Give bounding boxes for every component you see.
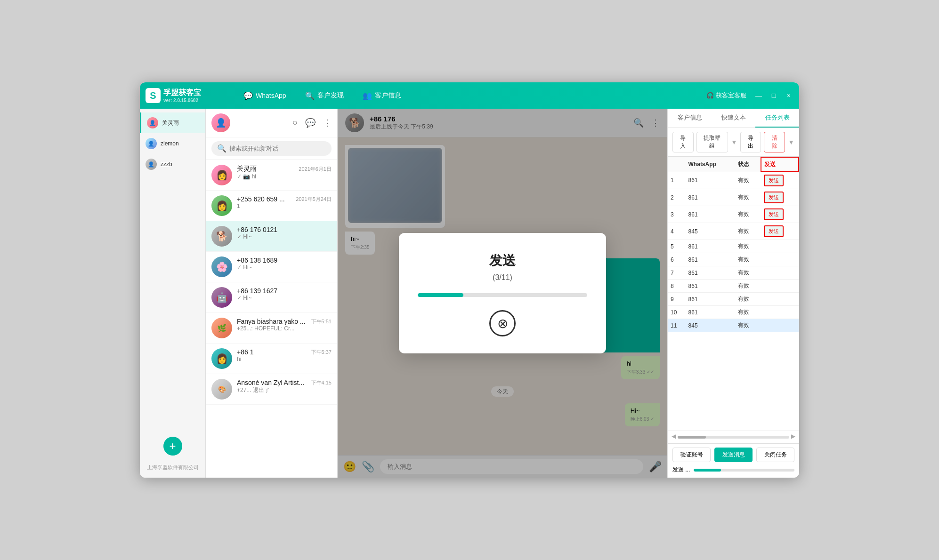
table-row: 5 861 有效: [668, 240, 799, 253]
modal-cancel-button[interactable]: ⊗: [489, 310, 516, 336]
table-row: 3 861 有效 发送: [668, 206, 799, 223]
chat-avatar-6: 🌿: [211, 318, 232, 338]
table-row: 7 861 有效: [668, 266, 799, 280]
col-whatsapp: WhatsApp: [686, 157, 736, 172]
progress-row: 发送 ...: [672, 466, 794, 474]
account-item-guiling[interactable]: 👤 关灵雨: [140, 112, 205, 133]
account-item-zlemon[interactable]: 👤 zlemon: [140, 133, 205, 154]
nav-discover[interactable]: 🔍 客户发现: [301, 89, 348, 102]
right-panel-toolbar: 导入 提取群组 ▼ 导出 清除 ▼: [668, 128, 799, 157]
table-row: 9 861 有效: [668, 293, 799, 306]
accounts-sidebar: 👤 关灵雨 👤 zlemon 👤 zzzb + 上海孚盟软件有限公司: [140, 109, 206, 478]
clear-button[interactable]: 清除: [764, 132, 785, 152]
search-wrap: 🔍: [211, 141, 332, 156]
customer-info-icon: 👥: [363, 91, 372, 100]
right-panel-bottom: 验证账号 发送消息 关闭任务 发送 ...: [668, 443, 799, 478]
tab-quick-text[interactable]: 快速文本: [712, 109, 755, 128]
modal-box: 发送 (3/11) ⊗: [399, 233, 606, 353]
title-right: 🎧 获客宝客服 — □ ×: [706, 91, 793, 100]
verify-account-button[interactable]: 验证账号: [672, 448, 711, 462]
my-avatar: 👤: [211, 113, 230, 132]
chat-item-8[interactable]: 🎨 Ansonè van Zyl Artist... 下午4:15 +27...…: [206, 374, 337, 405]
status-icon[interactable]: ○: [292, 118, 298, 128]
support-button[interactable]: 🎧 获客宝客服: [706, 91, 746, 100]
search-input[interactable]: [229, 145, 326, 152]
tab-task-list[interactable]: 任务列表: [755, 109, 799, 128]
table-row: 8 861 有效: [668, 280, 799, 293]
chat-list-header: 👤 ○ 💬 ⋮: [206, 109, 337, 137]
send-button-2[interactable]: 发送: [764, 192, 784, 203]
modal-subtitle: (3/11): [418, 273, 587, 282]
chat-item-2[interactable]: 👩 +255 620 659 ... 2021年5月24日 1: [206, 191, 337, 221]
table-row: 10 861 有效: [668, 306, 799, 319]
progress-label: 发送 ...: [672, 466, 690, 474]
chat-item-7[interactable]: 👩 +86 1 下午5:37 hi: [206, 344, 337, 374]
account-item-zzzb[interactable]: 👤 zzzb: [140, 154, 205, 175]
chat-item-5[interactable]: 🤖 +86 139 1627 ✓ Hi~: [206, 282, 337, 313]
app-version: ver: 2.0.15.0602: [163, 98, 201, 103]
chat-avatar-1: 👩: [211, 165, 232, 185]
chat-info-7: +86 1 下午5:37 hi: [237, 348, 332, 362]
scroll-arrows: ◀ ▶: [668, 431, 799, 443]
search-icon: 🔍: [217, 144, 227, 153]
table-row: 1 861 有效 发送: [668, 172, 799, 189]
chat-list: 👩 关灵雨 2021年6月1日 ✓ 📷 hi 👩: [206, 160, 337, 478]
chat-info-3: +86 176 0121 ✓ Hi~: [237, 226, 332, 240]
table-row: 4 845 有效 发送: [668, 223, 799, 240]
send-button-4[interactable]: 发送: [764, 225, 784, 237]
company-footer: 上海孚盟软件有限公司: [140, 461, 205, 474]
tab-customer-info[interactable]: 客户信息: [668, 109, 712, 128]
bottom-actions: 验证账号 发送消息 关闭任务: [672, 448, 794, 462]
fetch-group-button[interactable]: 提取群组: [696, 132, 728, 152]
chat-item-1[interactable]: 👩 关灵雨 2021年6月1日 ✓ 📷 hi: [206, 160, 337, 191]
chat-area: 🐕 +86 176 最后上线于今天 下午5:39 🔍 ⋮: [338, 109, 667, 478]
close-task-button[interactable]: 关闭任务: [756, 448, 794, 462]
more-icon[interactable]: ⋮: [323, 118, 332, 128]
right-panel-tabs: 客户信息 快速文本 任务列表: [668, 109, 799, 128]
send-button-1[interactable]: 发送: [764, 175, 784, 186]
export-button[interactable]: 导出: [740, 132, 761, 152]
chat-avatar-4: 🌸: [211, 256, 232, 277]
chat-list-panel: 👤 ○ 💬 ⋮ 🔍 👩: [206, 109, 338, 478]
bottom-progress-bar: [694, 469, 794, 472]
title-nav: 💬 WhatsApp 🔍 客户发现 👥 客户信息: [240, 89, 706, 102]
scroll-left-icon[interactable]: ◀: [672, 433, 676, 441]
import-button[interactable]: 导入: [672, 132, 694, 152]
compose-icon[interactable]: 💬: [305, 118, 316, 128]
close-button[interactable]: ×: [784, 91, 793, 100]
logo-icon: S: [146, 88, 161, 103]
discover-icon: 🔍: [305, 91, 315, 100]
task-table: WhatsApp 状态 发送 1 861 有效 发送 2: [668, 157, 799, 431]
clear-dropdown-icon[interactable]: ▼: [788, 138, 794, 146]
chat-avatar-8: 🎨: [211, 379, 232, 400]
add-account-button[interactable]: +: [163, 437, 182, 456]
send-message-button[interactable]: 发送消息: [714, 448, 753, 462]
chat-item-4[interactable]: 🌸 +86 138 1689 ✓ Hi~: [206, 252, 337, 282]
chat-item-6[interactable]: 🌿 Fanya biashara yako ... 下午5:51 +25...:…: [206, 313, 337, 344]
col-send: 发送: [761, 157, 799, 172]
table-row-selected: 11 845 有效: [668, 319, 799, 332]
app-logo: S 孚盟获客宝 ver: 2.0.15.0602: [146, 88, 240, 103]
minimize-button[interactable]: —: [754, 91, 763, 100]
group-dropdown-icon[interactable]: ▼: [731, 138, 737, 146]
send-button-3[interactable]: 发送: [764, 208, 784, 220]
avatar-guiling: 👤: [147, 117, 158, 128]
chat-item-3[interactable]: 🐕 +86 176 0121 ✓ Hi~: [206, 221, 337, 252]
modal-progress-fill: [418, 293, 463, 297]
search-bar: 🔍: [206, 137, 337, 160]
window-controls: — □ ×: [754, 91, 793, 100]
main-content: 👤 关灵雨 👤 zlemon 👤 zzzb + 上海孚盟软件有限公司 👤 ○ 💬: [140, 109, 799, 478]
col-status: 状态: [735, 157, 761, 172]
app-window: S 孚盟获客宝 ver: 2.0.15.0602 💬 WhatsApp 🔍 客户…: [140, 82, 799, 478]
bottom-progress-fill: [694, 469, 721, 472]
maximize-button[interactable]: □: [769, 91, 778, 100]
modal-title: 发送: [418, 252, 587, 270]
chat-info-1: 关灵雨 2021年6月1日 ✓ 📷 hi: [237, 165, 332, 180]
modal-overlay: 发送 (3/11) ⊗: [338, 109, 667, 478]
chat-info-6: Fanya biashara yako ... 下午5:51 +25...: H…: [237, 318, 332, 332]
scroll-right-icon[interactable]: ▶: [791, 433, 795, 441]
table-header-row: WhatsApp 状态 发送: [668, 157, 799, 172]
nav-whatsapp[interactable]: 💬 WhatsApp: [240, 89, 290, 102]
avatar-zlemon: 👤: [146, 138, 157, 149]
nav-customer-info[interactable]: 👥 客户信息: [359, 89, 405, 102]
